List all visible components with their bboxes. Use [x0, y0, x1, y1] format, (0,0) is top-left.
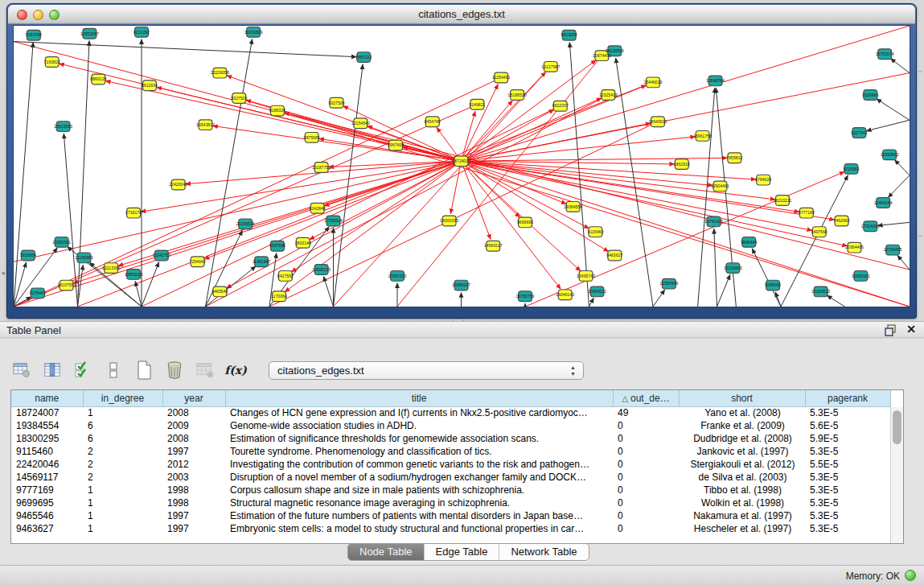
- column-header-out-degree[interactable]: △out_de…: [613, 390, 679, 406]
- tab-node-table[interactable]: Node Table: [348, 544, 424, 560]
- table-cell[interactable]: 1: [83, 406, 162, 419]
- table-row[interactable]: 1456911722003Disruption of a novel membe…: [11, 471, 890, 484]
- table-cell[interactable]: Structural magnetic resonance image aver…: [225, 496, 613, 509]
- table-row[interactable]: 2242004622012Investigating the contribut…: [11, 458, 890, 471]
- table-cell[interactable]: Tourette syndrome. Phenomenology and cla…: [225, 445, 613, 458]
- table-cell[interactable]: 6: [83, 432, 162, 445]
- scrollbar-thumb[interactable]: [893, 410, 901, 444]
- network-window-titlebar[interactable]: citations_edges.txt: [8, 5, 915, 24]
- table-cell[interactable]: Genome-wide association studies in ADHD.: [225, 419, 613, 432]
- memory-ok-indicator[interactable]: [905, 570, 916, 581]
- table-cell[interactable]: 19384554: [11, 419, 83, 432]
- table-cell[interactable]: Changes of HCN gene expression and I(f) …: [225, 406, 613, 419]
- table-row[interactable]: 911546021997Tourette syndrome. Phenomeno…: [11, 445, 890, 458]
- new-column-icon[interactable]: [133, 360, 154, 381]
- column-header-short[interactable]: short: [679, 390, 805, 406]
- network-canvas[interactable]: 1872400771638228860128891293423226058932…: [13, 25, 910, 307]
- table-cell[interactable]: Jankovic et al. (1997): [679, 445, 805, 458]
- table-cell[interactable]: 0: [613, 419, 679, 432]
- table-cell[interactable]: 5.5E-5: [805, 458, 890, 471]
- table-cell[interactable]: 2: [83, 471, 162, 484]
- table-cell[interactable]: 0: [613, 458, 679, 471]
- table-cell[interactable]: 1: [83, 484, 162, 496]
- table-cell[interactable]: 1: [83, 509, 162, 522]
- column-header-year[interactable]: year: [162, 390, 225, 406]
- column-header-name[interactable]: name: [11, 390, 83, 406]
- table-cell[interactable]: 5.3E-5: [805, 496, 890, 509]
- column-header-in-degree[interactable]: in_degree: [83, 390, 162, 406]
- row-mode-icon[interactable]: [103, 360, 124, 381]
- table-scrollbar[interactable]: [890, 407, 903, 543]
- table-cell[interactable]: 2009: [162, 419, 225, 432]
- table-row[interactable]: 946554611997Estimation of the future num…: [11, 509, 890, 522]
- table-cell[interactable]: 1997: [162, 522, 225, 535]
- table-cell[interactable]: 2012: [162, 458, 225, 471]
- table-cell[interactable]: 18300295: [11, 432, 83, 445]
- table-cell[interactable]: 2003: [162, 471, 225, 484]
- table-cell[interactable]: 0: [613, 445, 679, 458]
- close-window-button[interactable]: [17, 10, 27, 20]
- table-cell[interactable]: 0: [613, 522, 679, 535]
- table-row[interactable]: 1938455462009Genome-wide association stu…: [11, 419, 890, 432]
- table-cell[interactable]: 14569117: [11, 471, 83, 484]
- table-cell[interactable]: 9115460: [11, 445, 83, 458]
- column-header-pagerank[interactable]: pagerank: [805, 390, 890, 406]
- float-panel-icon[interactable]: [885, 324, 897, 336]
- zoom-window-button[interactable]: [49, 10, 60, 20]
- delete-table-icon[interactable]: [195, 360, 216, 381]
- table-cell[interactable]: 5.3E-5: [805, 484, 890, 496]
- minimize-window-button[interactable]: [33, 10, 43, 20]
- table-cell[interactable]: 2008: [162, 406, 225, 419]
- table-cell[interactable]: 1998: [162, 484, 225, 496]
- table-cell[interactable]: 5.3E-5: [805, 509, 890, 522]
- table-cell[interactable]: 5.6E-5: [805, 419, 890, 432]
- table-cell[interactable]: 9777169: [11, 484, 83, 496]
- table-cell[interactable]: 0: [613, 432, 679, 445]
- table-cell[interactable]: Estimation of significance thresholds fo…: [225, 432, 613, 445]
- table-cell[interactable]: 9465546: [11, 509, 83, 522]
- table-cell[interactable]: 0: [613, 484, 679, 496]
- table-cell[interactable]: 2008: [162, 432, 225, 445]
- table-row[interactable]: 1872400712008Changes of HCN gene express…: [11, 406, 890, 419]
- table-cell[interactable]: Wolkin et al. (1998): [679, 496, 805, 509]
- function-builder-icon[interactable]: f(x): [225, 360, 246, 381]
- table-cell[interactable]: Yano et al. (2008): [679, 406, 805, 419]
- table-cell[interactable]: 1: [83, 496, 162, 509]
- table-cell[interactable]: 6: [83, 419, 162, 432]
- table-cell[interactable]: Corpus callosum shape and size in male p…: [225, 484, 613, 496]
- table-cell[interactable]: Embryonic stem cells: a model to study s…: [225, 522, 613, 535]
- table-cell[interactable]: 1997: [162, 509, 225, 522]
- table-cell[interactable]: Tibbo et al. (1998): [679, 484, 805, 496]
- table-cell[interactable]: 1997: [162, 445, 225, 458]
- close-panel-icon[interactable]: ✕: [906, 323, 916, 336]
- table-cell[interactable]: 5.3E-5: [805, 406, 890, 419]
- table-cell[interactable]: 0: [613, 471, 679, 484]
- table-cell[interactable]: 5.3E-5: [805, 471, 890, 484]
- table-cell[interactable]: 2: [83, 458, 162, 471]
- tab-network-table[interactable]: Network Table: [499, 544, 588, 560]
- table-cell[interactable]: 9463627: [11, 522, 83, 535]
- delete-column-icon[interactable]: [164, 360, 185, 381]
- table-row[interactable]: 969969511998Structural magnetic resonanc…: [11, 496, 890, 509]
- table-cell[interactable]: 22420046: [11, 458, 83, 471]
- tab-edge-table[interactable]: Edge Table: [424, 544, 499, 560]
- table-cell[interactable]: 5.9E-5: [805, 432, 890, 445]
- table-cell[interactable]: 0: [613, 509, 679, 522]
- table-cell[interactable]: Nakamura et al. (1997): [679, 509, 805, 522]
- network-graph[interactable]: 1872400771638228860128891293423226058932…: [14, 26, 910, 307]
- table-cell[interactable]: 18724007: [11, 406, 83, 419]
- table-cell[interactable]: 0: [613, 496, 679, 509]
- select-all-icon[interactable]: [72, 360, 93, 381]
- table-cell[interactable]: 49: [613, 406, 679, 419]
- table-cell[interactable]: Disruption of a novel member of a sodium…: [225, 471, 613, 484]
- table-cell[interactable]: Estimation of the future numbers of pati…: [225, 509, 613, 522]
- table-cell[interactable]: Investigating the contribution of common…: [225, 458, 613, 471]
- table-cell[interactable]: Franke et al. (2009): [679, 419, 805, 432]
- table-row[interactable]: 1830029562008Estimation of significance …: [11, 432, 890, 445]
- table-cell[interactable]: 5.3E-5: [805, 445, 890, 458]
- table-cell[interactable]: 1: [83, 522, 162, 535]
- table-cell[interactable]: Stergiakouli et al. (2012): [679, 458, 805, 471]
- column-visibility-icon[interactable]: [42, 360, 63, 381]
- table-cell[interactable]: 5.3E-5: [805, 522, 890, 535]
- table-cell[interactable]: de Silva et al. (2003): [679, 471, 805, 484]
